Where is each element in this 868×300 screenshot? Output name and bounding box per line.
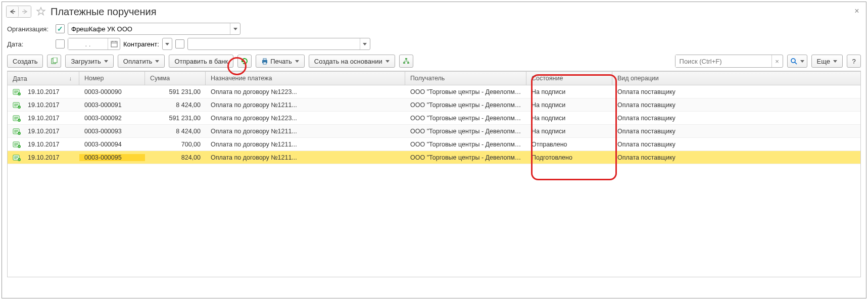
close-button[interactable]: × xyxy=(853,7,861,15)
structure-icon xyxy=(403,58,410,65)
cell-num: 0003-000095 xyxy=(79,154,145,161)
toolbar: Создать Загрузить Оплатить Отправить в б… xyxy=(2,52,866,71)
table-row[interactable]: 19.10.20170003-000094700,00Оплата по дог… xyxy=(8,138,860,151)
structure-button[interactable] xyxy=(399,55,413,68)
arrow-left-icon xyxy=(10,9,16,14)
cell-date: 19.10.2017 xyxy=(23,115,79,122)
svg-rect-10 xyxy=(263,62,266,64)
table-row[interactable]: 19.10.20170003-0000918 424,00Оплата по д… xyxy=(8,98,860,112)
forward-button[interactable] xyxy=(19,6,31,17)
cell-sum: 8 424,00 xyxy=(145,102,206,109)
arrow-right-icon xyxy=(22,9,28,14)
org-checkbox[interactable] xyxy=(56,24,65,33)
col-recv[interactable]: Получатель xyxy=(405,72,526,85)
cell-state: Подготовлено xyxy=(526,154,612,161)
send-bank-label: Отправить в банк xyxy=(174,58,228,65)
date-checkbox[interactable] xyxy=(56,39,65,48)
col-sum[interactable]: Сумма xyxy=(145,72,206,85)
pay-button[interactable]: Оплатить xyxy=(118,55,165,68)
cell-desc: Оплата по договору №1211... xyxy=(206,141,405,148)
cell-op: Оплата поставщику xyxy=(612,88,860,95)
svg-rect-9 xyxy=(263,59,266,60)
cell-recv: ООО "Торговые центры - Девелопмент" xyxy=(405,141,526,148)
svg-rect-12 xyxy=(403,62,405,64)
cell-state: На подписи xyxy=(526,102,612,109)
row-status-icon xyxy=(8,154,23,161)
contr-type-dd[interactable] xyxy=(162,38,172,50)
cell-desc: Оплата по договору №1223... xyxy=(206,115,405,122)
more-button[interactable]: Еще xyxy=(811,55,843,68)
load-button[interactable]: Загрузить xyxy=(65,55,113,68)
table-row[interactable]: 19.10.20170003-0000938 424,00Оплата по д… xyxy=(8,125,860,138)
col-state[interactable]: Состояние xyxy=(526,72,612,85)
calendar-button[interactable] xyxy=(108,38,120,49)
page-title: Платежные поручения xyxy=(51,6,156,18)
load-label: Загрузить xyxy=(71,58,101,65)
contr-combo[interactable] xyxy=(187,38,370,50)
search-button[interactable] xyxy=(787,55,807,68)
cell-op: Оплата поставщику xyxy=(612,154,860,161)
col-op[interactable]: Вид операции xyxy=(612,72,860,85)
cell-desc: Оплата по договору №1211... xyxy=(206,128,405,135)
cell-op: Оплата поставщику xyxy=(612,102,860,109)
cell-num: 0003-000091 xyxy=(79,102,145,109)
cell-date: 19.10.2017 xyxy=(23,102,79,109)
table-row[interactable]: 19.10.20170003-000092591 231,00Оплата по… xyxy=(8,112,860,125)
calendar-icon xyxy=(111,40,118,47)
cell-op: Оплата поставщику xyxy=(612,128,860,135)
create-based-button[interactable]: Создать на основании xyxy=(309,55,395,68)
copy-button[interactable] xyxy=(47,55,61,68)
back-button[interactable] xyxy=(7,6,19,17)
filter-row-org: Организация: xyxy=(2,21,866,36)
print-label: Печать xyxy=(270,58,292,65)
help-label: ? xyxy=(852,58,855,65)
col-desc[interactable]: Назначение платежа xyxy=(206,72,405,85)
cell-recv: ООО "Торговые центры - Девелопмент" xyxy=(405,154,526,161)
contr-checkbox[interactable] xyxy=(175,39,184,48)
cell-op: Оплата поставщику xyxy=(612,115,860,122)
cell-state: На подписи xyxy=(526,115,612,122)
row-status-icon xyxy=(8,141,23,148)
svg-rect-7 xyxy=(53,58,57,63)
cell-desc: Оплата по договору №1223... xyxy=(206,88,405,95)
row-status-icon xyxy=(8,102,23,109)
send-bank-button[interactable]: Отправить в банк xyxy=(169,55,233,68)
org-dropdown[interactable] xyxy=(230,23,240,34)
cell-date: 19.10.2017 xyxy=(23,88,79,95)
org-input[interactable] xyxy=(68,23,230,34)
cell-sum: 824,00 xyxy=(145,154,206,161)
create-label: Создать xyxy=(13,58,37,65)
help-button[interactable]: ? xyxy=(847,55,861,68)
contr-dropdown[interactable] xyxy=(360,38,370,49)
cell-recv: ООО "Торговые центры - Девелопмент" xyxy=(405,128,526,135)
search-clear[interactable]: × xyxy=(771,55,783,67)
col-date[interactable]: Дата↓ xyxy=(8,72,79,85)
create-button[interactable]: Создать xyxy=(7,55,43,68)
print-button[interactable]: Печать xyxy=(256,55,305,68)
svg-rect-11 xyxy=(405,58,407,60)
search-input[interactable] xyxy=(676,55,771,67)
cell-state: Отправлено xyxy=(526,141,612,148)
grid-body[interactable]: 19.10.20170003-000090591 231,00Оплата по… xyxy=(7,85,861,277)
cell-sum: 591 231,00 xyxy=(145,88,206,95)
copy-icon xyxy=(51,58,58,65)
col-num[interactable]: Номер xyxy=(79,72,145,85)
svg-rect-13 xyxy=(407,62,409,64)
nav-group xyxy=(6,6,31,18)
table-row[interactable]: 19.10.20170003-000095824,00Оплата по дог… xyxy=(8,151,860,164)
org-combo[interactable] xyxy=(68,23,240,35)
table-row[interactable]: 19.10.20170003-000090591 231,00Оплата по… xyxy=(8,85,860,98)
svg-rect-2 xyxy=(111,41,117,47)
refresh-button[interactable] xyxy=(237,55,252,68)
print-icon xyxy=(261,58,268,65)
refresh-icon xyxy=(240,57,249,65)
org-label: Организация: xyxy=(7,25,53,33)
contr-input[interactable] xyxy=(188,38,360,49)
cell-num: 0003-000094 xyxy=(79,141,145,148)
cell-num: 0003-000090 xyxy=(79,88,145,95)
search-icon xyxy=(790,58,797,65)
contr-label: Контрагент: xyxy=(123,40,159,48)
favorite-icon[interactable] xyxy=(35,6,46,17)
date-input[interactable] xyxy=(68,38,108,49)
cell-recv: ООО "Торговые центры - Девелопмент" xyxy=(405,115,526,122)
